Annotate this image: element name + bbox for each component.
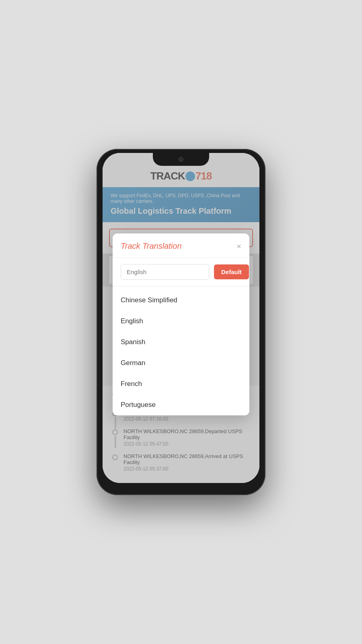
modal-close-button[interactable]: × [237,242,241,250]
language-search-input[interactable] [121,264,209,280]
language-list: Chinese SimplifiedEnglishSpanishGermanFr… [113,287,249,415]
modal-header: Track Translation × [113,233,249,258]
language-item-english[interactable]: English [113,311,249,332]
front-camera [179,157,183,162]
default-button[interactable]: Default [214,264,249,279]
phone-screen: TRACK718 We support FedEx, DHL, UPS, DPD… [103,153,259,483]
language-item-chinese-simplified[interactable]: Chinese Simplified [113,290,249,311]
translation-modal: Track Translation × Default Chinese Simp… [113,233,249,415]
language-item-portuguese[interactable]: Portuguese [113,394,249,415]
phone-frame: TRACK718 We support FedEx, DHL, UPS, DPD… [97,149,265,495]
notch [153,153,209,166]
language-item-spanish[interactable]: Spanish [113,332,249,353]
modal-title: Track Translation [121,242,182,251]
modal-search-row: Default [113,258,249,287]
modal-overlay[interactable]: Track Translation × Default Chinese Simp… [103,153,259,483]
screen-content: TRACK718 We support FedEx, DHL, UPS, DPD… [103,153,259,483]
language-item-french[interactable]: French [113,374,249,394]
language-item-german[interactable]: German [113,353,249,374]
